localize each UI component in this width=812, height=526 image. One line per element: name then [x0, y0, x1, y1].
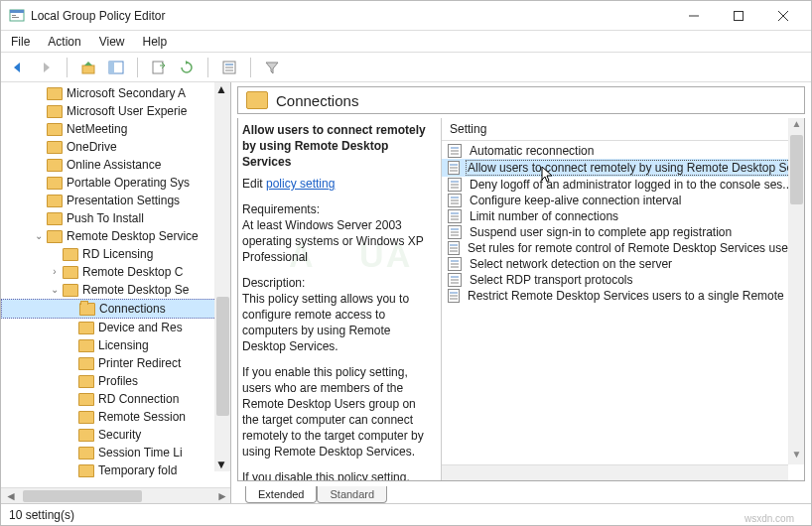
forward-button[interactable]	[35, 57, 57, 78]
collapse-icon[interactable]: ⌄	[33, 227, 45, 245]
setting-row[interactable]: Restrict Remote Desktop Services users t…	[442, 288, 804, 304]
folder-icon	[63, 248, 78, 261]
settings-list-pane: Setting Automatic reconnectionAllow user…	[442, 118, 804, 480]
tree-item-label: Profiles	[98, 372, 138, 390]
tree-item[interactable]: ›Remote Desktop C	[1, 263, 230, 281]
tree-item[interactable]: Portable Operating Sys	[1, 174, 230, 192]
tree-item-label: Temporary fold	[98, 461, 177, 479]
policy-icon	[448, 225, 462, 239]
tree-item-label: Security	[98, 426, 141, 444]
menu-action[interactable]: Action	[48, 35, 80, 49]
tree-item[interactable]: NetMeeting	[1, 120, 230, 138]
menu-file[interactable]: File	[11, 35, 30, 49]
setting-row[interactable]: Deny logoff of an administrator logged i…	[442, 177, 804, 193]
setting-label: Select network detection on the server	[468, 257, 674, 271]
tree-item[interactable]: Profiles	[1, 372, 230, 390]
setting-row[interactable]: Select RDP transport protocols	[442, 272, 804, 288]
back-button[interactable]	[7, 57, 29, 78]
setting-row[interactable]: Limit number of connections	[442, 208, 804, 224]
tree-item[interactable]: Device and Res	[1, 319, 230, 336]
tree-item[interactable]: ⌄Remote Desktop Se	[1, 281, 230, 299]
tree-item[interactable]: Printer Redirect	[1, 354, 230, 372]
setting-row[interactable]: Automatic reconnection	[442, 143, 804, 159]
policy-icon	[448, 273, 462, 287]
tree-item[interactable]: Presentation Settings	[1, 192, 230, 209]
tree-item-label: Microsoft User Experie	[67, 102, 187, 120]
tree-item[interactable]: Security	[1, 426, 230, 444]
folder-icon	[47, 177, 63, 190]
tree-item-label: Remote Session	[98, 408, 186, 426]
policy-icon	[448, 178, 462, 192]
folder-icon	[78, 322, 94, 334]
tree-item[interactable]: RD Connection	[1, 390, 230, 408]
tree-item[interactable]: OneDrive	[1, 138, 230, 156]
folder-icon	[63, 266, 78, 279]
menu-help[interactable]: Help	[143, 35, 168, 49]
folder-icon	[47, 105, 63, 118]
setting-row[interactable]: Allow users to connect remotely by using…	[442, 159, 804, 177]
tab-extended[interactable]: Extended	[245, 486, 317, 503]
tree-item-label: Remote Desktop Se	[82, 281, 189, 299]
collapse-icon[interactable]: ⌄	[49, 281, 61, 299]
tree-horizontal-scrollbar[interactable]: ◄ ►	[1, 487, 230, 503]
list-horizontal-scrollbar[interactable]	[442, 464, 788, 480]
setting-row[interactable]: Configure keep-alive connection interval	[442, 193, 804, 208]
settings-list[interactable]: Automatic reconnectionAllow users to con…	[442, 141, 804, 480]
tab-standard[interactable]: Standard	[317, 486, 387, 503]
watermark-text: wsxdn.com	[744, 513, 794, 524]
setting-label: Restrict Remote Desktop Services users t…	[466, 289, 804, 303]
tree-item-label: Connections	[99, 300, 166, 318]
policy-tree[interactable]: Microsoft Secondary AMicrosoft User Expe…	[1, 82, 230, 481]
window-title: Local Group Policy Editor	[31, 9, 671, 23]
list-header-setting[interactable]: Setting	[442, 118, 804, 141]
menu-view[interactable]: View	[99, 35, 125, 49]
tree-item-label: Presentation Settings	[67, 192, 180, 209]
tree-item[interactable]: Remote Session	[1, 408, 230, 426]
export-button[interactable]	[148, 57, 170, 78]
window-controls	[671, 2, 805, 30]
tree-item[interactable]: Session Time Li	[1, 444, 230, 461]
tree-item[interactable]: Microsoft Secondary A	[1, 84, 230, 102]
policy-icon	[448, 194, 462, 207]
setting-row[interactable]: Select network detection on the server	[442, 256, 804, 272]
tree-item[interactable]: ⌄Remote Desktop Service	[1, 227, 230, 245]
folder-icon	[78, 429, 94, 442]
folder-icon	[47, 230, 63, 243]
folder-icon	[79, 303, 95, 316]
policy-title: Allow users to connect remotely by using…	[242, 122, 433, 170]
toolbar	[1, 53, 811, 82]
setting-label: Deny logoff of an administrator logged i…	[468, 178, 794, 192]
tree-item-label: Printer Redirect	[98, 354, 181, 372]
tree-item[interactable]: Push To Install	[1, 209, 230, 227]
svg-rect-11	[153, 62, 163, 73]
folder-icon	[246, 91, 268, 109]
tree-item[interactable]: Temporary fold	[1, 461, 230, 479]
content-area: A UA Microsoft Secondary AMicrosoft User…	[1, 82, 811, 503]
svg-rect-8	[82, 66, 94, 73]
up-button[interactable]	[77, 57, 99, 78]
refresh-button[interactable]	[176, 57, 198, 78]
setting-row[interactable]: Set rules for remote control of Remote D…	[442, 240, 804, 256]
filter-button[interactable]	[261, 57, 283, 78]
expand-icon[interactable]: ›	[49, 263, 61, 281]
folder-icon	[47, 123, 63, 136]
tree-item[interactable]: Connections	[1, 299, 230, 319]
tree-item[interactable]: Online Assistance	[1, 156, 230, 174]
setting-row[interactable]: Suspend user sign-in to complete app reg…	[442, 224, 804, 240]
folder-icon	[47, 195, 63, 207]
policy-icon	[448, 289, 460, 303]
tree-item[interactable]: Microsoft User Experie	[1, 102, 230, 120]
maximize-button[interactable]	[716, 2, 760, 30]
policy-icon	[448, 161, 460, 175]
edit-policy-link[interactable]: policy setting	[266, 177, 335, 191]
properties-button[interactable]	[218, 57, 240, 78]
tree-pane: Microsoft Secondary AMicrosoft User Expe…	[1, 82, 231, 503]
tree-item[interactable]: RD Licensing	[1, 245, 230, 263]
folder-icon	[47, 212, 63, 225]
minimize-button[interactable]	[671, 2, 716, 30]
list-vertical-scrollbar[interactable]: ▲▼	[788, 118, 804, 464]
show-hide-tree-button[interactable]	[105, 57, 127, 78]
tree-item[interactable]: Licensing	[1, 336, 230, 354]
close-button[interactable]	[760, 2, 805, 30]
tree-vertical-scrollbar[interactable]: ▲ ▼	[214, 82, 230, 471]
